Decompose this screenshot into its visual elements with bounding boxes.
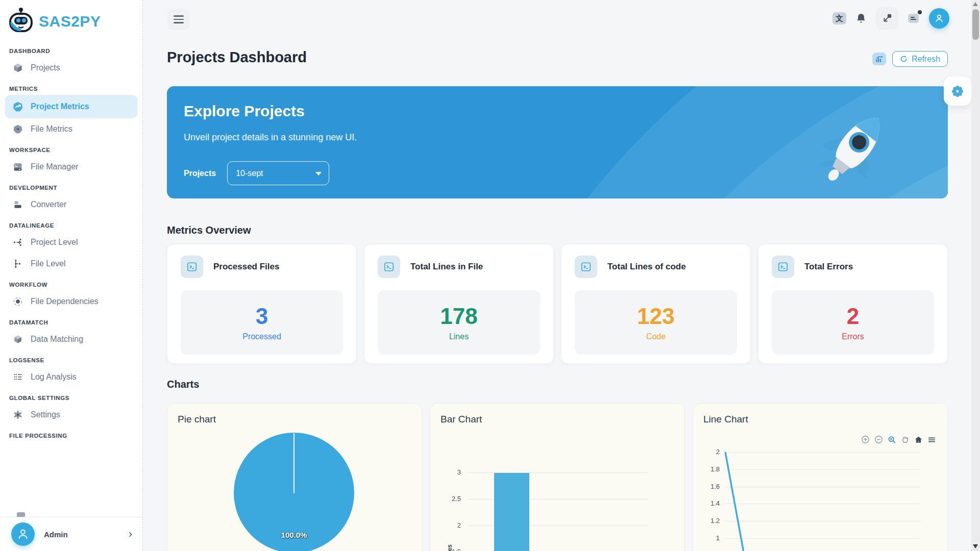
sidebar-item-file-manager[interactable]: File Manager <box>0 156 142 178</box>
sidebar-item-file-dependencies[interactable]: File Dependencies <box>0 291 142 312</box>
box-icon <box>12 334 23 345</box>
chevron-down-icon <box>315 172 322 176</box>
bar-y-axis-label: Values <box>446 539 453 551</box>
metric-value: 3 <box>256 304 268 329</box>
sidebar-item-file-metrics[interactable]: File Metrics <box>0 118 142 140</box>
explore-projects-banner: Explore Projects Unveil project details … <box>167 86 948 198</box>
terminal-icon <box>378 256 400 278</box>
language-icon[interactable]: 文 <box>832 12 846 24</box>
metric-panel: 123 Code <box>575 290 737 355</box>
sidebar-item-project-metrics[interactable]: Project Metrics <box>5 95 137 118</box>
metric-label: Lines <box>449 332 469 341</box>
sidebar-item-projects[interactable]: Projects <box>0 57 142 79</box>
bar-chart-plot[interactable]: 32.521.53 <box>430 404 684 551</box>
line-series <box>693 404 948 551</box>
notification-dot <box>918 10 922 14</box>
brand-name: SAS2PY <box>39 13 101 30</box>
sidebar-item-label: File Manager <box>31 162 78 171</box>
metric-label: Processed <box>242 332 281 341</box>
nav-section-dashboard: DASHBOARD <box>0 41 142 57</box>
sidebar-item-label: Converter <box>31 200 66 209</box>
pie-chart-card: Pie chart 100.0% <box>167 403 422 551</box>
selected-project: 10-sept <box>236 169 263 178</box>
pie-slice-divider <box>293 433 295 493</box>
metric-card-processed-files: Processed Files 3 Processed <box>167 244 357 364</box>
sidebar-item-label: Project Metrics <box>31 102 89 111</box>
metric-label: Code <box>646 332 666 341</box>
terminal-icon <box>181 256 203 278</box>
gear-icon <box>12 409 23 420</box>
sidebar-item-label: File Metrics <box>31 124 72 134</box>
collapse-window-icon[interactable] <box>876 7 898 30</box>
sidebar-item-data-matching[interactable]: Data Matching <box>0 329 142 350</box>
metric-card-total-lines-file: Total Lines in File 178 Lines <box>364 244 554 364</box>
tree-nodes-icon <box>12 258 23 269</box>
notifications-bell-icon[interactable] <box>855 12 867 24</box>
bar[interactable] <box>494 473 529 551</box>
main-content: 文 Projects Dashboard Refresh <box>143 0 980 551</box>
clipped-nav-icon <box>17 512 25 517</box>
metric-card-total-errors: Total Errors 2 Errors <box>758 244 948 364</box>
project-select-dropdown[interactable]: 10-sept <box>227 161 329 185</box>
metrics-cards: Processed Files 3 Processed Total Lines … <box>167 244 948 364</box>
sidebar-item-label: File Level <box>31 259 65 268</box>
topbar-actions: 文 <box>832 6 949 31</box>
theme-settings-floater[interactable] <box>944 77 971 106</box>
nav-section-development: DEVELOPMENT <box>0 178 142 194</box>
banner-title: Explore Projects <box>184 103 305 120</box>
chevron-right-icon[interactable]: › <box>129 529 132 540</box>
header-actions: Refresh <box>872 51 948 67</box>
rocket-illustration <box>814 106 896 192</box>
nav-section-workflow: WORKFLOW <box>0 274 142 291</box>
scroll-down-arrow[interactable] <box>973 544 978 548</box>
sidebar-item-settings[interactable]: Settings <box>0 404 142 425</box>
metric-value: 2 <box>847 304 859 329</box>
page-scrollbar[interactable] <box>971 0 980 551</box>
sidebar-item-file-level[interactable]: File Level <box>0 253 142 274</box>
metric-panel: 2 Errors <box>772 290 934 355</box>
sidebar-item-label: Project Level <box>31 238 78 247</box>
user-avatar[interactable] <box>929 8 949 29</box>
terminal-icon <box>575 256 597 278</box>
chart-toggle-button[interactable] <box>872 53 886 65</box>
nav-section-datalineage: DATALINEAGE <box>0 215 142 232</box>
metrics-overview-heading: Metrics Overview <box>167 224 251 236</box>
branch-nodes-icon <box>12 237 23 248</box>
sidebar-item-label: Data Matching <box>31 335 83 344</box>
page-title: Projects Dashboard <box>167 49 307 66</box>
refresh-label: Refresh <box>912 55 940 64</box>
terminal-icon <box>772 256 794 278</box>
metric-title: Total Lines of code <box>607 262 686 272</box>
trend-chart-icon <box>12 101 23 112</box>
scrollbar-thumb[interactable] <box>972 9 979 40</box>
brand-logo[interactable]: SAS2PY <box>0 0 142 41</box>
sidebar-item-label: Projects <box>31 63 60 72</box>
scroll-up-arrow[interactable] <box>973 2 978 6</box>
admin-bar[interactable]: Admin › <box>0 517 142 551</box>
line-chart-plot[interactable]: 21.81.61.41.21 <box>693 404 947 551</box>
sidebar-item-label: File Dependencies <box>31 297 99 306</box>
metric-title: Total Errors <box>804 262 853 272</box>
drive-icon <box>12 161 23 172</box>
y-tick-label: 2 <box>440 521 461 529</box>
robot-logo-icon <box>8 7 34 36</box>
hamburger-menu-button[interactable] <box>167 9 190 30</box>
pie-data-label: 100.0% <box>268 531 320 539</box>
nav-section-metrics: METRICS <box>0 79 142 95</box>
bar-chart-card: Bar Chart 32.521.53 Values <box>430 403 685 551</box>
sidebar-item-project-level[interactable]: Project Level <box>0 232 142 253</box>
banner-subtitle: Unveil project details in a stunning new… <box>184 132 357 143</box>
refresh-button[interactable]: Refresh <box>892 51 948 67</box>
sidebar: SAS2PY DASHBOARD Projects METRICS Projec… <box>0 0 143 551</box>
sidebar-item-converter[interactable]: Converter <box>0 194 142 215</box>
pie-chart-title: Pie chart <box>178 414 216 425</box>
messages-icon[interactable] <box>907 12 920 24</box>
cube-icon <box>12 62 23 73</box>
sidebar-item-label: Settings <box>31 410 60 419</box>
nav-section-datamatch: DATAMATCH <box>0 312 142 329</box>
nav-section-global-settings: GLOBAL SETTINGS <box>0 388 142 404</box>
sidebar-item-log-analysis[interactable]: Log Analysis <box>0 366 142 388</box>
metric-value: 178 <box>440 304 477 329</box>
metric-panel: 178 Lines <box>378 290 540 355</box>
metric-title: Total Lines in File <box>410 262 483 272</box>
